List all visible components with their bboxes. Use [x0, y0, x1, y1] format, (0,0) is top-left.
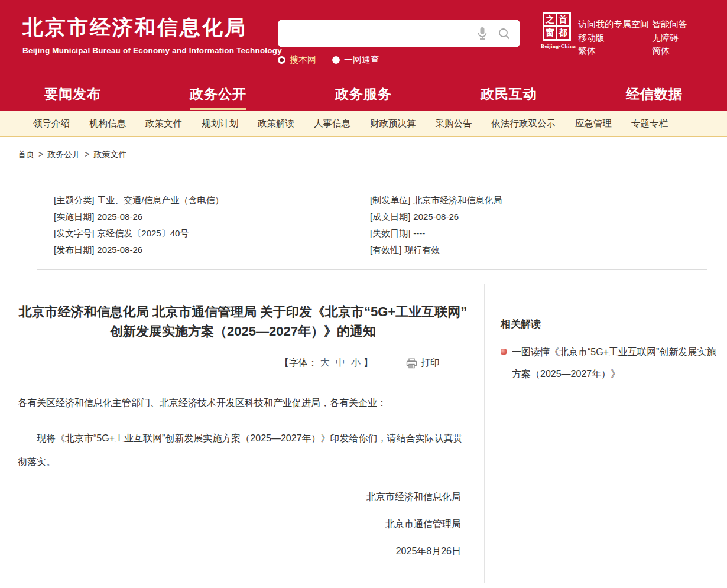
sub-nav: 领导介绍 机构信息 政策文件 规划计划 政策解读 人事信息 财政预决算 采购公告…: [0, 111, 727, 137]
signature-date: 2025年8月26日: [18, 538, 461, 565]
search-icon[interactable]: [498, 27, 511, 40]
article-toolbar: 【字体： 大 中 小 】 打印: [18, 357, 468, 369]
breadcrumb-home[interactable]: 首页: [18, 150, 34, 159]
radio-unselected-icon: [332, 56, 340, 64]
logo-char: 之: [544, 14, 557, 27]
print-label: 打印: [421, 357, 440, 369]
link-smart-qa[interactable]: 智能问答: [652, 18, 687, 31]
link-mobile-version[interactable]: 移动版: [578, 31, 649, 45]
link-traditional-chinese[interactable]: 繁体: [578, 44, 649, 58]
article-signature: 北京市经济和信息化局 北京市通信管理局 2025年8月26日: [18, 483, 468, 565]
article-paragraph: 现将《北京市“5G+工业互联网”创新发展实施方案（2025—2027年）》印发给…: [18, 427, 468, 474]
search-scope-options: 搜本网 一网通查: [278, 54, 520, 66]
radio-search-all[interactable]: 一网通查: [332, 54, 379, 66]
link-simplified-chinese[interactable]: 简体: [652, 44, 687, 58]
link-my-space[interactable]: 访问我的专属空间: [578, 18, 649, 31]
meta-document-number: [发文字号]京经信发〔2025〕40号: [54, 225, 370, 242]
capital-window-logo[interactable]: 之 首 窗 都 Beijing-China: [541, 12, 573, 49]
breadcrumb-policy-documents[interactable]: 政策文件: [93, 150, 126, 159]
article-title: 北京市经济和信息化局 北京市通信管理局 关于印发《北京市“5G+工业互联网”创新…: [18, 302, 468, 341]
subnav-org-info[interactable]: 机构信息: [89, 118, 126, 130]
title-divider: [18, 378, 468, 378]
printer-icon: [406, 358, 417, 369]
mic-icon[interactable]: [476, 26, 488, 41]
logo-char: 都: [557, 27, 569, 39]
meta-expiry-date: [失效日期]----: [370, 225, 502, 242]
meta-col-right: [制发单位]北京市经济和信息化局 [成文日期]2025-08-26 [失效日期]…: [370, 192, 502, 258]
content-area: 北京市经济和信息化局 北京市通信管理局 关于印发《北京市“5G+工业互联网”创新…: [0, 284, 727, 583]
logo-char: 窗: [544, 27, 557, 39]
related-sidebar: 相关解读 一图读懂《北京市“5G+工业互联网”创新发展实施方案（2025—202…: [485, 284, 727, 583]
meta-topic-category: [主题分类]工业、交通/信息产业（含电信）: [54, 192, 370, 209]
font-size-small-button[interactable]: 小: [351, 357, 361, 369]
subnav-policy-documents[interactable]: 政策文件: [145, 118, 182, 130]
nav-item-news[interactable]: 要闻发布: [0, 77, 145, 111]
font-control-prefix: 【字体：: [280, 357, 317, 369]
capital-window-caption: Beijing-China: [541, 43, 573, 49]
article-paragraph: 各有关区经济和信息化主管部门、北京经济技术开发区科技和产业促进局，各有关企业：: [18, 391, 468, 415]
nav-item-data[interactable]: 经信数据: [582, 77, 727, 111]
meta-implementation-date: [实施日期]2025-08-26: [54, 209, 370, 225]
article: 北京市经济和信息化局 北京市通信管理局 关于印发《北京市“5G+工业互联网”创新…: [0, 284, 485, 583]
link-accessibility[interactable]: 无障碍: [652, 31, 687, 45]
radio-selected-icon: [278, 56, 285, 64]
search-box[interactable]: [278, 20, 520, 47]
font-size-medium-button[interactable]: 中: [336, 357, 345, 369]
meta-issuing-unit: [制发单位]北京市经济和信息化局: [370, 192, 502, 209]
radio-search-site[interactable]: 搜本网: [278, 54, 316, 66]
logo-char: 首: [557, 14, 569, 27]
related-link[interactable]: 一图读懂《北京市“5G+工业互联网”创新发展实施方案（2025—2027年）》: [512, 341, 722, 385]
red-dot-icon: [501, 349, 507, 355]
subnav-special-topics[interactable]: 专题专栏: [631, 118, 668, 130]
subnav-emergency[interactable]: 应急管理: [575, 118, 612, 130]
meta-validity: [有效性]现行有效: [370, 242, 502, 258]
site-logo[interactable]: 北京市经济和信息化局 Beijing Municipal Bureau of E…: [22, 14, 282, 55]
quick-links-col1: 访问我的专属空间 移动版 繁体: [578, 18, 649, 58]
subnav-procurement[interactable]: 采购公告: [436, 118, 472, 130]
quick-links-col2: 智能问答 无障碍 简体: [652, 18, 687, 58]
nav-item-services[interactable]: 政务服务: [291, 77, 436, 111]
meta-col-left: [主题分类]工业、交通/信息产业（含电信） [实施日期]2025-08-26 […: [54, 192, 370, 258]
article-body: 各有关区经济和信息化主管部门、北京经济技术开发区科技和产业促进局，各有关企业： …: [18, 391, 468, 474]
related-reading-title: 相关解读: [501, 317, 722, 331]
site-header: 北京市经济和信息化局 Beijing Municipal Bureau of E…: [0, 0, 727, 77]
radio-search-site-label: 搜本网: [290, 54, 316, 66]
breadcrumb: 首页>政务公开>政策文件: [0, 137, 727, 160]
radio-search-all-label: 一网通查: [344, 54, 379, 66]
subnav-disclosure[interactable]: 依法行政双公示: [492, 118, 556, 130]
subnav-plans[interactable]: 规划计划: [202, 118, 238, 130]
signature-org-1: 北京市经济和信息化局: [18, 483, 461, 511]
search-input[interactable]: [286, 20, 467, 47]
main-nav: 要闻发布 政务公开 政务服务 政民互动 经信数据: [0, 77, 727, 111]
nav-item-government-affairs[interactable]: 政务公开: [145, 77, 291, 111]
signature-org-2: 北京市通信管理局: [18, 511, 461, 538]
font-size-large-button[interactable]: 大: [320, 357, 330, 369]
meta-written-date: [成文日期]2025-08-26: [370, 209, 502, 225]
subnav-leaders[interactable]: 领导介绍: [33, 118, 70, 130]
breadcrumb-gov-affairs[interactable]: 政务公开: [47, 150, 80, 159]
nav-item-interaction[interactable]: 政民互动: [436, 77, 582, 111]
capital-window-grid-icon: 之 首 窗 都: [543, 12, 571, 41]
related-item[interactable]: 一图读懂《北京市“5G+工业互联网”创新发展实施方案（2025—2027年）》: [501, 341, 722, 385]
site-title-cn: 北京市经济和信息化局: [22, 14, 282, 41]
site-title-en: Beijing Municipal Bureau of Economy and …: [22, 46, 282, 55]
print-button[interactable]: 打印: [406, 357, 440, 369]
document-meta-box: [主题分类]工业、交通/信息产业（含电信） [实施日期]2025-08-26 […: [37, 176, 707, 270]
search-area: 搜本网 一网通查: [278, 20, 520, 66]
breadcrumb-separator: >: [85, 150, 89, 159]
font-control-suffix: 】: [364, 357, 373, 369]
breadcrumb-separator: >: [38, 150, 43, 159]
subnav-personnel[interactable]: 人事信息: [314, 118, 350, 130]
meta-publish-date: [发布日期]2025-08-26: [54, 242, 370, 258]
font-size-control: 【字体： 大 中 小 】: [280, 357, 373, 369]
subnav-budget[interactable]: 财政预决算: [370, 118, 416, 130]
subnav-policy-interpretation[interactable]: 政策解读: [258, 118, 294, 130]
